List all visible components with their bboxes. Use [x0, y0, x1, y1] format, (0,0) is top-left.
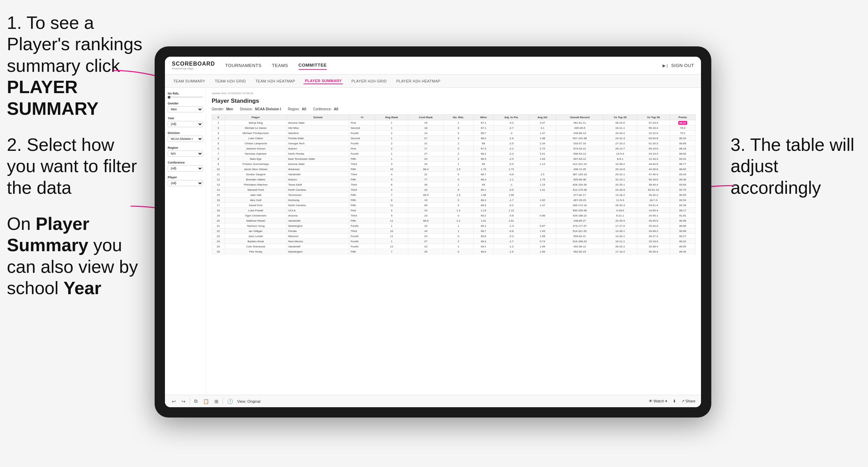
table-cell: 698-54-13: [556, 151, 603, 156]
table-cell: 23: [212, 234, 225, 239]
table-cell: 0.87: [529, 223, 556, 229]
subnav-team-summary[interactable]: TEAM SUMMARY: [172, 78, 207, 84]
table-cell: 9: [212, 162, 225, 167]
table-cell: -0.5: [493, 162, 529, 167]
nav-teams[interactable]: TEAMS: [272, 62, 288, 69]
table-cell: 82.35: [670, 203, 695, 208]
table-cell: East Tennessee State: [287, 156, 349, 162]
table-cell: 80.36: [670, 177, 695, 182]
filter-year-label: Year: [168, 116, 203, 120]
table-cell: Alex Goff: [225, 198, 287, 203]
subnav-player-summary[interactable]: PLAYER SUMMARY: [303, 78, 343, 84]
table-cell: 22: [212, 229, 225, 234]
table-cell: 0: [444, 203, 474, 208]
table-row: 21Taehoon SongWashingtonFourth123169.1-1…: [212, 223, 695, 229]
table-cell: 473-177-57: [556, 223, 603, 229]
table-cell: 6: [375, 182, 408, 187]
filter-display-region-value: All: [302, 107, 306, 111]
table-cell: 1.56: [529, 249, 556, 254]
table-cell: 17: [212, 203, 225, 208]
table-cell: 1: [375, 120, 408, 125]
table-cell: [529, 192, 556, 198]
paste-button[interactable]: 📋: [202, 398, 210, 405]
table-cell: 68.7: [474, 131, 494, 136]
table-cell: 68.6: [474, 234, 494, 239]
copy-button[interactable]: ⧉: [193, 398, 199, 405]
main-nav: TOURNAMENTS TEAMS COMMITTEE: [225, 61, 663, 70]
table-cell: 1.98: [529, 136, 556, 141]
table-cell: 15: [408, 120, 444, 125]
table-cell: -3.2: [493, 120, 529, 125]
subnav-player-h2h-grid[interactable]: PLAYER H2H GRID: [350, 78, 388, 84]
subnav-team-h2h-grid[interactable]: TEAM H2H GRID: [213, 78, 247, 84]
table-cell: 68.4: [474, 239, 494, 244]
table-cell: 68.3: [474, 156, 494, 162]
table-cell: North Carolina: [287, 187, 349, 192]
table-cell: 14-5-3: [603, 151, 637, 156]
table-cell: Florida State: [287, 136, 349, 141]
table-row: 19Tiger ChristensenArizonaThird523069.2-…: [212, 213, 695, 218]
table-cell: 1.66: [474, 192, 494, 198]
clock-button[interactable]: 🕐: [226, 398, 234, 405]
table-cell: 80.98: [670, 223, 695, 229]
table-cell: 8: [212, 156, 225, 162]
table-cell: 674-33-12: [556, 146, 603, 151]
format-button[interactable]: ⊞: [213, 398, 220, 405]
table-cell: 83.42: [670, 156, 695, 162]
table-row: 2Michael Le SassoOle MissSecond118067.1-…: [212, 125, 695, 131]
redo-button[interactable]: ↪: [180, 398, 187, 405]
table-cell: Luke Powell: [225, 208, 287, 213]
nav-committee[interactable]: COMMITTEE: [299, 61, 327, 70]
table-cell: 20-25-9: [603, 218, 637, 223]
filter-year-select[interactable]: (All) First Second Third Fourth Fifth: [168, 121, 203, 127]
table-cell: 19-11-1: [603, 125, 637, 131]
table-cell: 2: [375, 146, 408, 151]
table-cell: 24: [408, 156, 444, 162]
table-cell: 3.07: [529, 120, 556, 125]
undo-button[interactable]: ↩: [170, 398, 177, 405]
table-cell: 0: [444, 136, 474, 141]
table-cell: Mats Ege: [225, 156, 287, 162]
download-button[interactable]: ⬇: [673, 399, 676, 403]
table-cell: North Florida: [287, 151, 349, 156]
filter-no-rds: No Rds.: [168, 92, 203, 98]
toolbar-divider-1: [190, 398, 190, 405]
table-cell: 69: [474, 182, 494, 187]
table-row: 8Mats EgeEast Tennessee StateFifth124268…: [212, 156, 695, 162]
instruction-step1-bold: PLAYER SUMMARY: [7, 77, 99, 118]
subnav-player-h2h-heatmap[interactable]: PLAYER H2H HEATMAP: [395, 78, 442, 84]
table-row: 26Petr HrubyWashingtonFifth725068.6-1.61…: [212, 249, 695, 254]
table-row: 6Jackson KoivunAuburnFirst217067.3-2.22.…: [212, 146, 695, 151]
table-cell: 2: [444, 151, 474, 156]
table-cell: [529, 208, 556, 213]
filter-slider-thumb[interactable]: [168, 96, 170, 99]
sign-out-button[interactable]: Sign out: [671, 62, 694, 69]
filter-conference-select[interactable]: (All): [168, 165, 203, 171]
subnav-team-h2h-heatmap[interactable]: TEAM H2H HEATMAP: [254, 78, 297, 84]
watch-button[interactable]: 👁 Watch ▾: [649, 399, 667, 403]
table-cell: -0.2: [493, 203, 529, 208]
filter-player-select[interactable]: (All): [168, 180, 203, 186]
filter-slider[interactable]: [168, 97, 203, 98]
table-cell: 18-7-3: [637, 198, 670, 203]
col-yr: Yr: [349, 115, 375, 120]
tablet-screen: SCOREBOARD Powered by clippi TOURNAMENTS…: [165, 57, 701, 407]
table-cell: Auburn: [287, 146, 349, 151]
table-cell: 4: [212, 136, 225, 141]
col-points: Points: [670, 115, 695, 120]
table-cell: 63-54-6: [637, 136, 670, 141]
share-button[interactable]: ↗ Share: [681, 399, 695, 403]
table-cell: 88.56: [670, 151, 695, 156]
table-cell: 19: [212, 213, 225, 218]
filter-division-select[interactable]: NCAA Division I: [168, 136, 203, 142]
filter-region-select[interactable]: N/A: [168, 151, 203, 157]
table-cell: 68: [474, 141, 494, 146]
table-cell: Phichaksn Maichon: [225, 182, 287, 187]
table-cell: 31-15-1: [603, 177, 637, 182]
table-cell: 14: [408, 131, 444, 136]
filter-gender-select[interactable]: Men Women: [168, 106, 203, 112]
table-cell: 1.41: [529, 187, 556, 192]
col-wins: Wins: [474, 115, 494, 120]
nav-tournaments[interactable]: TOURNAMENTS: [225, 62, 262, 69]
table-cell: 25: [408, 249, 444, 254]
